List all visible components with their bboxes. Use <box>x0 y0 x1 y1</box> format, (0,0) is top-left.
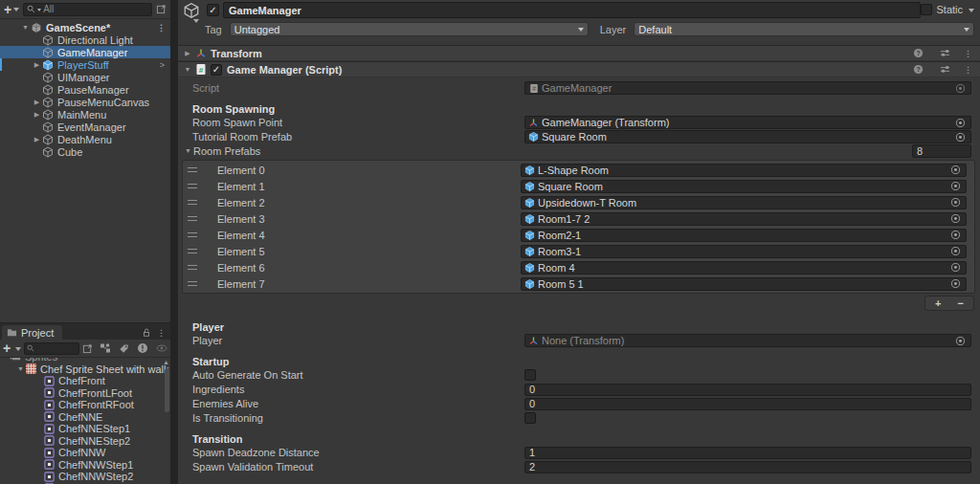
object-field[interactable]: Room1-7 2 <box>521 212 967 226</box>
object-picker-icon[interactable] <box>950 213 961 224</box>
expand-arrow-icon[interactable]: ▶ <box>32 58 42 71</box>
project-item-chefnnestep2[interactable]: ChefNNEStep2 <box>0 435 170 448</box>
eye-icon[interactable] <box>156 342 167 354</box>
scrollbar-thumb[interactable] <box>165 368 169 412</box>
object-picker-icon[interactable] <box>950 230 961 240</box>
hierarchy-scene-row[interactable]: ▼ GameScene* ⋮ <box>0 21 170 33</box>
help-icon[interactable]: ? <box>912 47 924 59</box>
expand-arrow-icon[interactable]: ▼ <box>183 144 193 158</box>
drag-handle-icon[interactable] <box>188 249 197 253</box>
object-picker-icon[interactable] <box>950 165 961 175</box>
project-item-cheffrontlfoot[interactable]: ChefFrontLFoot <box>0 387 170 400</box>
object-field[interactable]: None (Transform) <box>524 334 971 347</box>
project-item-cheffront[interactable]: ChefFront <box>0 375 170 387</box>
object-field[interactable]: L-Shape Room <box>521 164 967 177</box>
hierarchy-item-cube[interactable]: Cube <box>0 145 170 158</box>
expand-arrow-icon[interactable]: ▶ <box>32 108 42 121</box>
kebab-menu-icon[interactable]: ⋮ <box>964 65 972 75</box>
component-enabled-checkbox[interactable]: ✓ <box>211 64 222 76</box>
expand-arrow-icon[interactable]: ▶ <box>32 96 42 108</box>
project-item-cheffrontrfoot[interactable]: ChefFrontRFoot <box>0 399 170 411</box>
static-checkbox[interactable] <box>921 4 932 15</box>
checkbox[interactable] <box>524 412 536 424</box>
gameobject-icon-caret[interactable] <box>193 19 199 26</box>
script-object-field[interactable]: # GameManager <box>524 81 971 95</box>
list-item-element-6[interactable]: Element 6Room 4 <box>183 259 974 275</box>
project-item-chefnnwstep1[interactable]: ChefNNWStep1 <box>0 459 170 472</box>
object-picker-icon[interactable] <box>955 132 966 143</box>
drag-handle-icon[interactable] <box>188 184 197 188</box>
expand-arrow-icon[interactable]: ▶ <box>183 47 192 59</box>
unlock-icon[interactable] <box>142 327 151 338</box>
object-picker-icon[interactable] <box>955 83 966 94</box>
list-item-element-4[interactable]: Element 4Room2-1 <box>183 227 974 243</box>
hierarchy-search-field[interactable] <box>23 3 152 16</box>
static-caret-icon[interactable] <box>969 9 974 15</box>
project-search-field[interactable] <box>24 342 79 355</box>
hierarchy-item-uimanager[interactable]: UIManager <box>0 71 170 83</box>
list-item-element-7[interactable]: Element 7Room 5 1 <box>183 275 974 292</box>
object-field[interactable]: Room2-1 <box>521 229 967 242</box>
create-button[interactable]: + <box>3 341 11 355</box>
object-picker-icon[interactable] <box>950 262 961 273</box>
create-dropdown-caret-icon[interactable] <box>13 8 19 14</box>
foldout-room-prefabs[interactable]: ▼Room Prefabs8 <box>178 144 980 158</box>
kebab-menu-icon[interactable]: ⋮ <box>157 328 166 338</box>
gameobject-cube-icon[interactable] <box>183 2 200 19</box>
hierarchy-item-deathmenu[interactable]: ▶DeathMenu <box>0 133 170 145</box>
number-field[interactable]: 2 <box>524 461 971 473</box>
drag-handle-icon[interactable] <box>188 167 197 172</box>
tab-project[interactable]: Project <box>2 325 62 340</box>
sprite-pack-icon[interactable] <box>100 342 111 354</box>
object-field[interactable]: Room 4 <box>521 261 967 275</box>
kebab-menu-icon[interactable]: ⋮ <box>964 49 972 58</box>
help-icon[interactable]: ? <box>912 63 924 76</box>
hierarchy-item-mainmenu[interactable]: ▶MainMenu <box>0 108 170 121</box>
create-button[interactable]: + <box>4 3 11 16</box>
preset-icon[interactable] <box>939 63 951 76</box>
object-picker-icon[interactable] <box>955 118 966 128</box>
object-field[interactable]: GameManager (Transform) <box>524 116 971 129</box>
list-item-element-5[interactable]: Element 5Room3-1 <box>183 243 974 259</box>
add-element-button[interactable]: + <box>928 297 947 310</box>
hierarchy-item-gamemanager[interactable]: GameManager <box>0 46 170 58</box>
preset-icon[interactable] <box>939 47 951 59</box>
hierarchy-item-pausemenucanvas[interactable]: ▶PauseMenuCanvas <box>0 96 170 108</box>
object-field[interactable]: Room 5 1 <box>521 277 967 291</box>
number-field[interactable]: 1 <box>524 447 971 459</box>
layer-dropdown[interactable]: Default <box>634 22 974 36</box>
object-picker-icon[interactable] <box>955 336 966 346</box>
create-dropdown-caret-icon[interactable] <box>15 347 21 354</box>
panel-divider[interactable] <box>170 0 178 484</box>
checkbox[interactable] <box>524 369 536 381</box>
list-item-element-2[interactable]: Element 2Upsidedown-T Room <box>183 194 974 210</box>
drag-handle-icon[interactable] <box>188 232 197 237</box>
remove-element-button[interactable]: − <box>951 297 970 310</box>
object-picker-icon[interactable] <box>950 197 961 208</box>
project-item-chefnne[interactable]: ChefNNE <box>0 411 170 424</box>
object-picker-icon[interactable] <box>950 181 961 191</box>
expand-arrow-icon[interactable]: ▼ <box>183 63 192 76</box>
project-search-input[interactable] <box>34 341 73 357</box>
prefab-open-arrow[interactable]: > <box>160 60 165 70</box>
project-item-chefnnwstep2[interactable]: ChefNNWStep2 <box>0 471 170 483</box>
project-item-chefnnestep1[interactable]: ChefNNEStep1 <box>0 423 170 435</box>
hierarchy-item-directional-light[interactable]: Directional Light <box>0 33 170 46</box>
drag-handle-icon[interactable] <box>188 216 197 221</box>
tag-dropdown[interactable]: Untagged <box>230 22 589 36</box>
object-field[interactable]: Upsidedown-T Room <box>521 196 967 209</box>
label-tag-icon[interactable] <box>119 343 129 354</box>
warning-icon[interactable] <box>137 342 148 354</box>
object-field[interactable]: Square Room <box>521 180 967 193</box>
list-item-element-0[interactable]: Element 0L-Shape Room <box>183 162 974 178</box>
project-item-chefnnw[interactable]: ChefNNW <box>0 447 170 459</box>
drag-handle-icon[interactable] <box>188 281 197 286</box>
object-field[interactable]: Room3-1 <box>521 245 967 258</box>
gamemanager-component-header[interactable]: ▼ # ✓ Game Manager (Script) ? ⋮ <box>178 61 980 77</box>
kebab-menu-icon[interactable]: ⋮ <box>157 23 166 33</box>
number-field[interactable]: 0 <box>524 398 971 410</box>
number-field[interactable]: 0 <box>524 384 971 396</box>
popout-icon[interactable] <box>156 4 167 14</box>
popout-icon[interactable] <box>82 343 93 354</box>
gameobject-name-input[interactable] <box>223 2 921 18</box>
